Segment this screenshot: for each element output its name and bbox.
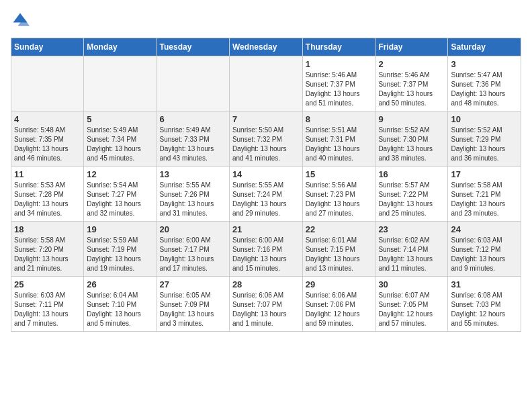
day-number: 4 xyxy=(14,114,81,124)
day-info: Sunrise: 5:58 AMSunset: 7:21 PMDaylight:… xyxy=(451,181,518,218)
calendar-cell: 28Sunrise: 6:06 AMSunset: 7:07 PMDayligh… xyxy=(229,277,302,332)
calendar-cell: 13Sunrise: 5:55 AMSunset: 7:26 PMDayligh… xyxy=(157,167,229,222)
day-number: 11 xyxy=(14,169,81,179)
page-header xyxy=(11,11,521,30)
week-row-2: 4Sunrise: 5:48 AMSunset: 7:35 PMDaylight… xyxy=(11,111,521,167)
calendar-cell: 16Sunrise: 5:57 AMSunset: 7:22 PMDayligh… xyxy=(375,167,448,222)
day-info: Sunrise: 6:03 AMSunset: 7:11 PMDaylight:… xyxy=(14,291,81,328)
calendar-cell: 21Sunrise: 6:00 AMSunset: 7:16 PMDayligh… xyxy=(229,222,302,277)
day-info: Sunrise: 6:03 AMSunset: 7:12 PMDaylight:… xyxy=(451,236,518,273)
day-info: Sunrise: 6:01 AMSunset: 7:15 PMDaylight:… xyxy=(306,236,373,273)
day-number: 15 xyxy=(306,169,373,179)
day-info: Sunrise: 6:04 AMSunset: 7:10 PMDaylight:… xyxy=(87,291,153,328)
logo xyxy=(11,11,32,30)
day-number: 12 xyxy=(87,169,153,179)
day-info: Sunrise: 6:05 AMSunset: 7:09 PMDaylight:… xyxy=(160,291,226,328)
calendar-cell: 6Sunrise: 5:49 AMSunset: 7:33 PMDaylight… xyxy=(157,111,229,167)
day-number: 20 xyxy=(160,224,226,234)
calendar-table: SundayMondayTuesdayWednesdayThursdayFrid… xyxy=(11,38,521,332)
day-number: 10 xyxy=(451,114,518,124)
day-number: 18 xyxy=(14,224,81,234)
day-number: 1 xyxy=(306,59,373,69)
day-number: 27 xyxy=(160,279,226,289)
day-number: 28 xyxy=(232,279,300,289)
calendar-cell xyxy=(229,56,302,111)
calendar-cell: 1Sunrise: 5:46 AMSunset: 7:37 PMDaylight… xyxy=(302,56,375,111)
day-info: Sunrise: 6:07 AMSunset: 7:05 PMDaylight:… xyxy=(378,291,445,328)
calendar-cell: 10Sunrise: 5:52 AMSunset: 7:29 PMDayligh… xyxy=(448,111,521,167)
day-info: Sunrise: 6:06 AMSunset: 7:06 PMDaylight:… xyxy=(306,291,373,328)
day-header-friday: Friday xyxy=(375,38,448,56)
calendar-cell: 23Sunrise: 6:02 AMSunset: 7:14 PMDayligh… xyxy=(375,222,448,277)
day-header-saturday: Saturday xyxy=(448,38,521,56)
day-header-monday: Monday xyxy=(84,38,157,56)
day-info: Sunrise: 5:51 AMSunset: 7:31 PMDaylight:… xyxy=(306,126,373,163)
day-info: Sunrise: 5:53 AMSunset: 7:28 PMDaylight:… xyxy=(14,181,81,218)
day-info: Sunrise: 5:55 AMSunset: 7:24 PMDaylight:… xyxy=(232,181,300,218)
week-row-5: 25Sunrise: 6:03 AMSunset: 7:11 PMDayligh… xyxy=(11,277,521,332)
day-info: Sunrise: 5:49 AMSunset: 7:33 PMDaylight:… xyxy=(160,126,226,163)
calendar-cell: 27Sunrise: 6:05 AMSunset: 7:09 PMDayligh… xyxy=(157,277,229,332)
calendar-cell: 5Sunrise: 5:49 AMSunset: 7:34 PMDaylight… xyxy=(84,111,157,167)
day-info: Sunrise: 5:59 AMSunset: 7:19 PMDaylight:… xyxy=(87,236,153,273)
day-info: Sunrise: 6:00 AMSunset: 7:16 PMDaylight:… xyxy=(232,236,300,273)
calendar-cell: 26Sunrise: 6:04 AMSunset: 7:10 PMDayligh… xyxy=(84,277,157,332)
calendar-cell: 11Sunrise: 5:53 AMSunset: 7:28 PMDayligh… xyxy=(11,167,84,222)
day-number: 25 xyxy=(14,279,81,289)
calendar-cell: 15Sunrise: 5:56 AMSunset: 7:23 PMDayligh… xyxy=(302,167,375,222)
day-number: 8 xyxy=(306,114,373,124)
day-info: Sunrise: 6:08 AMSunset: 7:03 PMDaylight:… xyxy=(451,291,518,328)
calendar-cell: 20Sunrise: 6:00 AMSunset: 7:17 PMDayligh… xyxy=(157,222,229,277)
calendar-cell xyxy=(84,56,157,111)
calendar-cell: 31Sunrise: 6:08 AMSunset: 7:03 PMDayligh… xyxy=(448,277,521,332)
calendar-cell: 2Sunrise: 5:46 AMSunset: 7:37 PMDaylight… xyxy=(375,56,448,111)
day-number: 17 xyxy=(451,169,518,179)
week-row-4: 18Sunrise: 5:58 AMSunset: 7:20 PMDayligh… xyxy=(11,222,521,277)
day-number: 2 xyxy=(378,59,445,69)
calendar-cell: 17Sunrise: 5:58 AMSunset: 7:21 PMDayligh… xyxy=(448,167,521,222)
calendar-cell: 30Sunrise: 6:07 AMSunset: 7:05 PMDayligh… xyxy=(375,277,448,332)
day-info: Sunrise: 5:56 AMSunset: 7:23 PMDaylight:… xyxy=(306,181,373,218)
day-info: Sunrise: 5:46 AMSunset: 7:37 PMDaylight:… xyxy=(378,71,445,108)
calendar-cell: 29Sunrise: 6:06 AMSunset: 7:06 PMDayligh… xyxy=(302,277,375,332)
day-info: Sunrise: 5:48 AMSunset: 7:35 PMDaylight:… xyxy=(14,126,81,163)
day-info: Sunrise: 5:49 AMSunset: 7:34 PMDaylight:… xyxy=(87,126,153,163)
calendar-cell xyxy=(11,56,84,111)
calendar-cell: 8Sunrise: 5:51 AMSunset: 7:31 PMDaylight… xyxy=(302,111,375,167)
calendar-cell: 12Sunrise: 5:54 AMSunset: 7:27 PMDayligh… xyxy=(84,167,157,222)
day-info: Sunrise: 5:57 AMSunset: 7:22 PMDaylight:… xyxy=(378,181,445,218)
calendar-cell xyxy=(157,56,229,111)
day-header-tuesday: Tuesday xyxy=(157,38,229,56)
day-number: 30 xyxy=(378,279,445,289)
day-info: Sunrise: 5:58 AMSunset: 7:20 PMDaylight:… xyxy=(14,236,81,273)
day-info: Sunrise: 5:47 AMSunset: 7:36 PMDaylight:… xyxy=(451,71,518,108)
day-info: Sunrise: 5:52 AMSunset: 7:29 PMDaylight:… xyxy=(451,126,518,163)
day-number: 14 xyxy=(232,169,300,179)
calendar-cell: 3Sunrise: 5:47 AMSunset: 7:36 PMDaylight… xyxy=(448,56,521,111)
calendar-cell: 4Sunrise: 5:48 AMSunset: 7:35 PMDaylight… xyxy=(11,111,84,167)
day-info: Sunrise: 5:50 AMSunset: 7:32 PMDaylight:… xyxy=(232,126,300,163)
calendar-cell: 25Sunrise: 6:03 AMSunset: 7:11 PMDayligh… xyxy=(11,277,84,332)
day-header-sunday: Sunday xyxy=(11,38,84,56)
day-info: Sunrise: 5:55 AMSunset: 7:26 PMDaylight:… xyxy=(160,181,226,218)
day-number: 3 xyxy=(451,59,518,69)
day-number: 24 xyxy=(451,224,518,234)
calendar-cell: 24Sunrise: 6:03 AMSunset: 7:12 PMDayligh… xyxy=(448,222,521,277)
calendar-cell: 18Sunrise: 5:58 AMSunset: 7:20 PMDayligh… xyxy=(11,222,84,277)
day-number: 31 xyxy=(451,279,518,289)
week-row-3: 11Sunrise: 5:53 AMSunset: 7:28 PMDayligh… xyxy=(11,167,521,222)
day-info: Sunrise: 6:02 AMSunset: 7:14 PMDaylight:… xyxy=(378,236,445,273)
calendar-cell: 22Sunrise: 6:01 AMSunset: 7:15 PMDayligh… xyxy=(302,222,375,277)
day-header-wednesday: Wednesday xyxy=(229,38,302,56)
day-info: Sunrise: 5:46 AMSunset: 7:37 PMDaylight:… xyxy=(306,71,373,108)
day-number: 26 xyxy=(87,279,153,289)
calendar-cell: 14Sunrise: 5:55 AMSunset: 7:24 PMDayligh… xyxy=(229,167,302,222)
week-row-1: 1Sunrise: 5:46 AMSunset: 7:37 PMDaylight… xyxy=(11,56,521,111)
day-info: Sunrise: 5:54 AMSunset: 7:27 PMDaylight:… xyxy=(87,181,153,218)
calendar-cell: 9Sunrise: 5:52 AMSunset: 7:30 PMDaylight… xyxy=(375,111,448,167)
day-number: 5 xyxy=(87,114,153,124)
day-number: 9 xyxy=(378,114,445,124)
calendar-header-row: SundayMondayTuesdayWednesdayThursdayFrid… xyxy=(11,38,521,56)
day-number: 22 xyxy=(306,224,373,234)
day-info: Sunrise: 6:06 AMSunset: 7:07 PMDaylight:… xyxy=(232,291,300,328)
